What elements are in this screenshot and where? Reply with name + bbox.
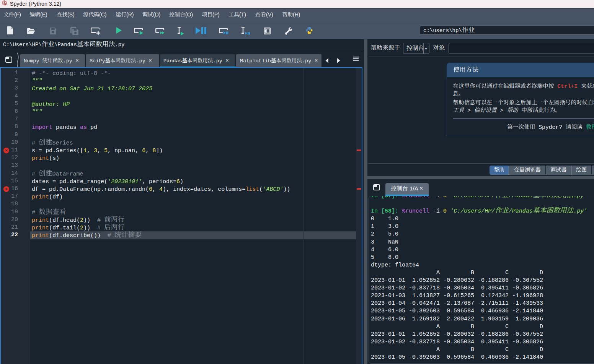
svg-text:S: S — [5, 3, 7, 6]
